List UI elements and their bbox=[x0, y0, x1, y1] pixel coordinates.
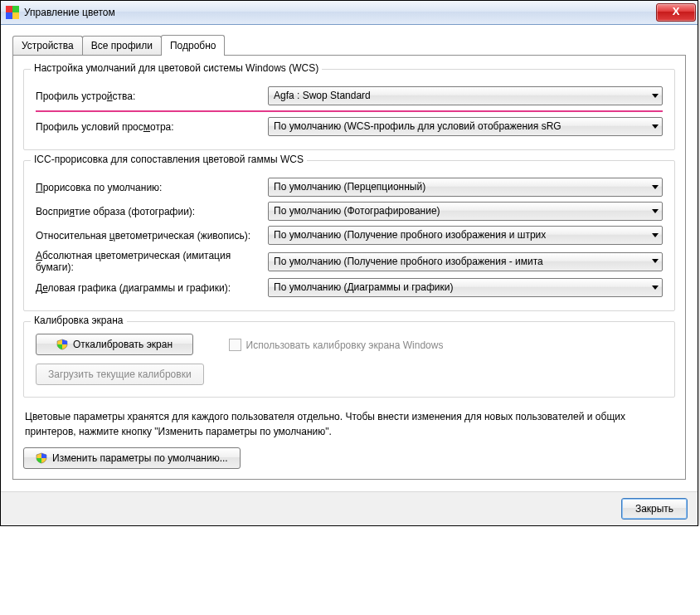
svg-rect-3 bbox=[12, 12, 19, 19]
group-wcs-title: Настройка умолчаний для цветовой системы… bbox=[31, 62, 322, 74]
window-close-button[interactable]: X bbox=[656, 3, 696, 22]
checkbox-icon bbox=[229, 339, 241, 351]
app-icon bbox=[6, 6, 19, 19]
tab-advanced[interactable]: Подробно bbox=[161, 35, 226, 56]
chevron-down-icon bbox=[652, 185, 659, 189]
dropdown-default-rendering-intent[interactable]: По умолчанию (Перцепционный) bbox=[268, 178, 663, 197]
load-current-calibrations-button: Загрузить текущие калибровки bbox=[36, 364, 204, 385]
use-windows-calibration-checkbox: Использовать калибровку экрана Windows bbox=[229, 339, 444, 351]
svg-rect-0 bbox=[6, 6, 12, 12]
chevron-down-icon bbox=[652, 124, 659, 129]
tab-pane-advanced: Настройка умолчаний для цветовой системы… bbox=[12, 56, 686, 480]
close-button[interactable]: Закрыть bbox=[621, 498, 688, 520]
highlight-line bbox=[36, 110, 663, 112]
window-title: Управление цветом bbox=[24, 7, 656, 18]
label-device-profile: Профиль устройства: bbox=[36, 90, 268, 102]
calibrate-screen-button[interactable]: Откалибровать экран bbox=[36, 334, 193, 355]
label-relative-colorimetric: Относительная цветометрическая (живопись… bbox=[36, 230, 268, 242]
chevron-down-icon bbox=[652, 94, 659, 98]
close-icon: X bbox=[673, 5, 680, 17]
tab-devices[interactable]: Устройства bbox=[12, 36, 83, 55]
group-calibration-title: Калибровка экрана bbox=[31, 315, 127, 326]
info-text: Цветовые параметры хранятся для каждого … bbox=[25, 409, 673, 439]
svg-rect-1 bbox=[12, 6, 19, 12]
color-management-window: Управление цветом X Устройства Все профи… bbox=[0, 0, 698, 526]
tab-strip: Устройства Все профили Подробно bbox=[12, 33, 686, 56]
chevron-down-icon bbox=[652, 209, 659, 213]
dropdown-relative-colorimetric[interactable]: По умолчанию (Получение пробного изображ… bbox=[268, 226, 663, 245]
tab-all-profiles[interactable]: Все профили bbox=[82, 36, 162, 55]
chevron-down-icon bbox=[652, 286, 659, 290]
window-body: Устройства Все профили Подробно Настройк… bbox=[1, 25, 698, 491]
chevron-down-icon bbox=[652, 259, 659, 263]
svg-rect-2 bbox=[6, 12, 12, 19]
dropdown-absolute-colorimetric[interactable]: По умолчанию (Получение пробного изображ… bbox=[268, 252, 663, 271]
change-defaults-button[interactable]: Изменить параметры по умолчанию... bbox=[23, 447, 241, 469]
dropdown-device-profile[interactable]: Agfa : Swop Standard bbox=[268, 86, 663, 105]
uac-shield-icon bbox=[56, 339, 68, 350]
group-icc-rendering: ICC-прорисовка для сопоставления цветово… bbox=[23, 160, 675, 311]
group-icc-title: ICC-прорисовка для сопоставления цветово… bbox=[31, 154, 307, 165]
group-screen-calibration: Калибровка экрана Откалибровать bbox=[23, 321, 675, 398]
label-absolute-colorimetric: Абсолютная цветометрическая (имитация бу… bbox=[36, 250, 268, 273]
chevron-down-icon bbox=[652, 233, 659, 237]
dialog-footer: Закрыть bbox=[1, 491, 698, 525]
dropdown-business-graphics[interactable]: По умолчанию (Диаграммы и графики) bbox=[268, 278, 663, 297]
titlebar[interactable]: Управление цветом X bbox=[1, 1, 698, 25]
label-viewing-conditions-profile: Профиль условий просмотра: bbox=[36, 121, 268, 133]
dropdown-perceptual[interactable]: По умолчанию (Фотографирование) bbox=[268, 202, 663, 221]
label-perceptual: Восприятие образа (фотографии): bbox=[36, 206, 268, 217]
group-wcs-defaults: Настройка умолчаний для цветовой системы… bbox=[23, 69, 675, 150]
dropdown-viewing-conditions-profile[interactable]: По умолчанию (WCS-профиль для условий от… bbox=[268, 117, 663, 136]
uac-shield-icon bbox=[36, 452, 47, 464]
label-business-graphics: Деловая графика (диаграммы и графики): bbox=[36, 282, 268, 294]
label-default-rendering-intent: Прорисовка по умолчанию: bbox=[36, 182, 268, 193]
